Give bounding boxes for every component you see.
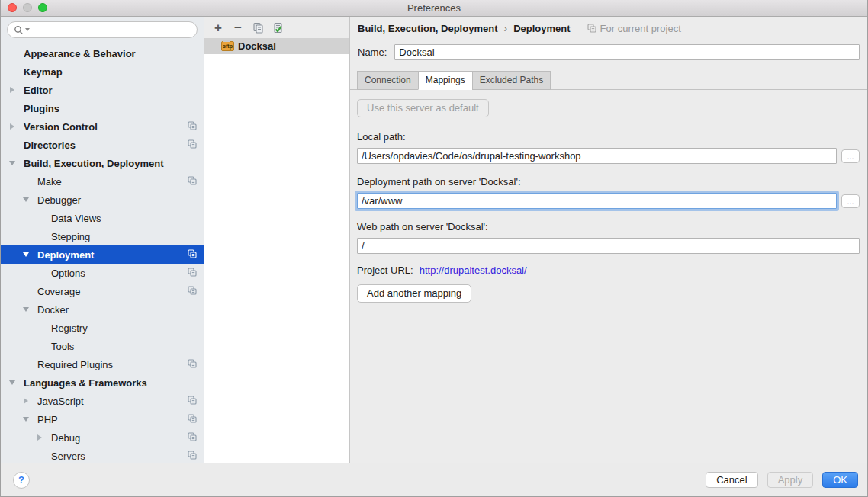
sidebar-item-registry[interactable]: Registry: [1, 319, 204, 337]
sidebar-item-docker[interactable]: Docker: [1, 300, 204, 319]
chevron-down-icon[interactable]: [22, 417, 37, 422]
sidebar-item-label: Registry: [51, 322, 88, 334]
sidebar-item-servers[interactable]: Servers: [1, 447, 204, 463]
chevron-right-icon[interactable]: [36, 434, 51, 441]
sidebar-item-label: Keymap: [24, 66, 63, 78]
sidebar-item-label: Debugger: [37, 194, 81, 206]
sidebar-item-label: Required Plugins: [37, 359, 113, 370]
sidebar-item-make[interactable]: Make: [1, 172, 204, 191]
sidebar-item-label: Languages & Frameworks: [24, 377, 147, 389]
sidebar-item-debug[interactable]: Debug: [1, 428, 204, 447]
server-item-label: Docksal: [238, 40, 276, 52]
current-project-icon: [188, 268, 197, 277]
sidebar-item-label: Directories: [24, 139, 76, 151]
sidebar-item-label: Servers: [51, 451, 85, 462]
sidebar-item-label: Build, Execution, Deployment: [24, 158, 163, 169]
sidebar-item-label: Options: [51, 268, 85, 279]
use-server-default-button[interactable]: Use this server as default: [357, 99, 489, 117]
window-controls: [8, 3, 47, 12]
deployment-path-browse-button[interactable]: ...: [841, 194, 860, 208]
help-button[interactable]: ?: [13, 472, 30, 489]
search-input[interactable]: [33, 24, 191, 35]
web-path-input[interactable]: [357, 238, 860, 254]
chevron-down-icon[interactable]: [8, 161, 24, 165]
close-button[interactable]: [8, 3, 17, 12]
dialog-footer: ? Cancel Apply OK: [1, 463, 867, 496]
search-box[interactable]: [7, 21, 198, 38]
sidebar-item-php[interactable]: PHP: [1, 410, 204, 428]
breadcrumb-separator: ›: [503, 22, 507, 34]
sidebar-item-label: Editor: [24, 85, 53, 96]
sidebar-item-label: Tools: [51, 341, 74, 352]
sidebar-item-directories[interactable]: Directories: [1, 136, 204, 154]
chevron-down-icon[interactable]: [22, 252, 37, 257]
current-project-icon: [188, 121, 197, 130]
minimize-button[interactable]: [23, 3, 32, 12]
sidebar-item-label: Appearance & Behavior: [24, 48, 136, 59]
chevron-down-icon[interactable]: [8, 380, 24, 385]
tab-connection[interactable]: Connection: [357, 71, 418, 90]
sidebar-item-editor[interactable]: Editor: [1, 81, 204, 99]
server-toolbar: + −: [204, 17, 349, 38]
apply-button[interactable]: Apply: [767, 472, 814, 488]
chevron-right-icon[interactable]: [22, 398, 37, 404]
sidebar-item-required-plugins[interactable]: Required Plugins: [1, 355, 204, 374]
breadcrumb-category[interactable]: Build, Execution, Deployment: [358, 23, 497, 34]
web-path-label: Web path on server 'Docksal':: [357, 221, 860, 232]
sidebar-item-javascript[interactable]: JavaScript: [1, 392, 204, 410]
sidebar-item-coverage[interactable]: Coverage: [1, 282, 204, 300]
use-as-default-button[interactable]: [271, 21, 285, 34]
preferences-window: Preferences Appearance & BehaviorKeymapE…: [0, 0, 868, 497]
window-title: Preferences: [407, 2, 461, 14]
tab-mappings[interactable]: Mappings: [418, 71, 472, 90]
sidebar-item-label: Make: [37, 176, 62, 188]
local-path-browse-button[interactable]: ...: [841, 149, 860, 163]
sidebar-item-appearance-behavior[interactable]: Appearance & Behavior: [1, 44, 204, 63]
sidebar-item-version-control[interactable]: Version Control: [1, 117, 204, 136]
local-path-label: Local path:: [357, 131, 860, 143]
server-list-item-docksal[interactable]: sftpDocksal: [204, 38, 349, 54]
sidebar-item-label: Debug: [51, 432, 80, 444]
zoom-button[interactable]: [38, 3, 47, 12]
sidebar-item-debugger[interactable]: Debugger: [1, 191, 204, 209]
deployment-path-input[interactable]: [357, 193, 837, 209]
current-project-icon: [587, 24, 596, 33]
local-path-input[interactable]: [357, 148, 837, 164]
server-list-panel: + −: [204, 17, 350, 463]
sidebar-item-deployment[interactable]: Deployment: [1, 245, 204, 264]
tab-excluded-paths[interactable]: Excluded Paths: [472, 71, 551, 90]
chevron-down-icon[interactable]: [22, 307, 37, 312]
copy-server-button[interactable]: [251, 21, 265, 34]
sidebar-item-label: Deployment: [37, 249, 94, 261]
chevron-right-icon[interactable]: [8, 87, 24, 93]
sidebar-item-options[interactable]: Options: [1, 264, 204, 282]
sidebar-item-tools[interactable]: Tools: [1, 337, 204, 355]
scope-indicator: For current project: [587, 23, 681, 34]
add-mapping-button[interactable]: Add another mapping: [357, 284, 471, 303]
sidebar-item-keymap[interactable]: Keymap: [1, 63, 204, 81]
current-project-icon: [188, 249, 197, 258]
add-server-button[interactable]: +: [211, 21, 225, 34]
project-url-link[interactable]: http://drupaltest.docksal/: [420, 265, 527, 276]
cancel-button[interactable]: Cancel: [706, 472, 757, 488]
breadcrumb-page: Deployment: [513, 23, 570, 34]
sidebar-item-data-views[interactable]: Data Views: [1, 209, 204, 227]
deployment-path-label: Deployment path on server 'Docksal':: [357, 176, 860, 188]
sidebar-item-stepping[interactable]: Stepping: [1, 227, 204, 245]
sidebar-item-label: Plugins: [24, 103, 59, 114]
ok-button[interactable]: OK: [822, 472, 858, 488]
server-name-input[interactable]: [394, 44, 860, 60]
remove-server-button[interactable]: −: [231, 21, 245, 34]
sidebar-item-plugins[interactable]: Plugins: [1, 99, 204, 117]
current-project-icon: [188, 286, 197, 295]
current-project-icon: [188, 432, 197, 441]
search-options-caret[interactable]: [25, 28, 30, 31]
current-project-icon: [188, 414, 197, 423]
chevron-right-icon[interactable]: [8, 123, 24, 130]
current-project-icon: [188, 139, 197, 149]
sidebar-item-label: Data Views: [51, 213, 101, 224]
sidebar-item-label: Stepping: [51, 231, 90, 242]
chevron-down-icon[interactable]: [22, 197, 37, 202]
sidebar-item-languages-frameworks[interactable]: Languages & Frameworks: [1, 374, 204, 392]
sidebar-item-build-execution-deployment[interactable]: Build, Execution, Deployment: [1, 154, 204, 172]
